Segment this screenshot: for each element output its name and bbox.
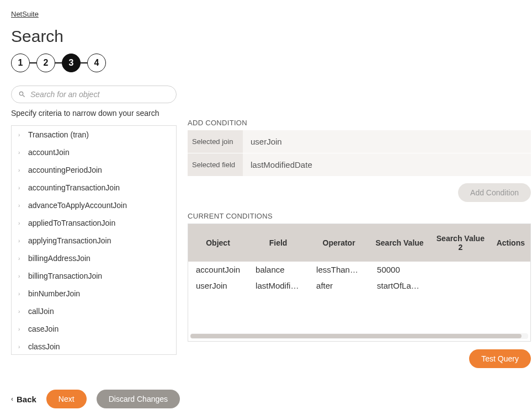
conditions-table: ObjectFieldOperatorSearch ValueSearch Va… xyxy=(188,224,530,294)
tree-item[interactable]: ›callJoin xyxy=(12,302,176,320)
step-3[interactable]: 3 xyxy=(62,54,81,72)
page-title: Search xyxy=(0,23,532,54)
step-1[interactable]: 1 xyxy=(11,54,30,72)
tree-item[interactable]: ›applyingTransactionJoin xyxy=(12,232,176,249)
step-line xyxy=(81,62,87,63)
table-cell: lessThanOr… xyxy=(308,262,369,278)
table-cell: accountJoin xyxy=(188,262,248,278)
step-line xyxy=(30,62,36,63)
back-label: Back xyxy=(17,395,36,404)
chevron-right-icon: › xyxy=(18,326,23,332)
horizontal-scrollbar-thumb[interactable] xyxy=(190,334,522,338)
right-panel: ADD CONDITION Selected join userJoin Sel… xyxy=(177,86,531,368)
search-input[interactable] xyxy=(30,90,169,99)
selected-join-value[interactable]: userJoin xyxy=(243,130,531,153)
tree-item-label: caseJoin xyxy=(28,324,58,333)
tree-item[interactable]: ›binNumberJoin xyxy=(12,285,176,302)
chevron-right-icon: › xyxy=(18,291,23,297)
conditions-table-wrap: ObjectFieldOperatorSearch ValueSearch Va… xyxy=(188,224,531,342)
tree-item-label: accountingTransactionJoin xyxy=(28,183,120,192)
tree-item[interactable]: ›caseJoin xyxy=(12,320,176,338)
tree-item[interactable]: ›accountingTransactionJoin xyxy=(12,179,176,196)
table-row[interactable]: userJoinlastModifie…afterstartOfLast… xyxy=(188,278,530,294)
chevron-right-icon: › xyxy=(18,150,23,156)
add-condition-form: Selected join userJoin Selected field la… xyxy=(188,130,531,177)
tree-item[interactable]: ›Transaction (tran) xyxy=(12,126,176,143)
tree-item[interactable]: ›appliedToTransactionJoin xyxy=(12,214,176,232)
selected-field-row: Selected field lastModifiedDate xyxy=(188,153,531,176)
discard-changes-button[interactable]: Discard Changes xyxy=(97,390,180,408)
test-query-button[interactable]: Test Query xyxy=(469,349,531,368)
table-cell: lastModifie… xyxy=(248,278,308,294)
table-header: Search Value 2 xyxy=(430,224,491,262)
next-button[interactable]: Next xyxy=(46,390,87,408)
table-header: Operator xyxy=(308,224,369,262)
chevron-right-icon: › xyxy=(18,256,23,262)
tree-item-label: billingTransactionJoin xyxy=(28,272,102,280)
table-header: Field xyxy=(248,224,308,262)
chevron-right-icon: › xyxy=(18,203,23,209)
tree-item-label: appliedToTransactionJoin xyxy=(28,219,115,227)
conditions-body: accountJoinbalancelessThanOr…50000userJo… xyxy=(188,262,530,294)
step-2[interactable]: 2 xyxy=(36,54,55,72)
footer-bar: ‹ Back Next Discard Changes xyxy=(11,390,180,408)
stepper: 1 2 3 4 xyxy=(0,54,532,86)
chevron-right-icon: › xyxy=(18,167,23,173)
table-cell: startOfLast… xyxy=(369,278,430,294)
object-tree[interactable]: ›Transaction (tran)›accountJoin›accounti… xyxy=(11,125,177,355)
tree-item[interactable]: ›classJoin xyxy=(12,338,176,355)
table-cell: userJoin xyxy=(188,278,248,294)
table-cell xyxy=(491,278,530,294)
chevron-right-icon: › xyxy=(18,185,23,191)
horizontal-scrollbar[interactable] xyxy=(190,333,528,339)
tree-item-label: billingAddressJoin xyxy=(28,254,91,263)
tree-item-label: binNumberJoin xyxy=(28,289,80,298)
tree-item-label: accountJoin xyxy=(28,148,70,157)
tree-item[interactable]: ›advanceToApplyAccountJoin xyxy=(12,196,176,214)
back-button[interactable]: ‹ Back xyxy=(11,395,36,404)
chevron-right-icon: › xyxy=(18,344,23,350)
current-conditions-label: CURRENT CONDITIONS xyxy=(188,212,531,220)
table-cell: balance xyxy=(248,262,308,278)
chevron-right-icon: › xyxy=(18,308,23,315)
breadcrumb-link[interactable]: NetSuite xyxy=(11,10,39,18)
table-header: Search Value xyxy=(369,224,430,262)
tree-item[interactable]: ›accountingPeriodJoin xyxy=(12,161,176,179)
tree-item-label: advanceToApplyAccountJoin xyxy=(28,201,127,210)
table-header: Actions xyxy=(491,224,530,262)
chevron-right-icon: › xyxy=(18,220,23,226)
tree-item[interactable]: ›billingTransactionJoin xyxy=(12,267,176,285)
tree-item-label: classJoin xyxy=(28,342,60,351)
tree-item[interactable]: ›billingAddressJoin xyxy=(12,249,176,267)
table-cell: after xyxy=(308,278,369,294)
table-row[interactable]: accountJoinbalancelessThanOr…50000 xyxy=(188,262,530,278)
conditions-header-row: ObjectFieldOperatorSearch ValueSearch Va… xyxy=(188,224,530,262)
search-icon xyxy=(18,91,26,98)
object-search[interactable] xyxy=(11,86,177,103)
tree-item-label: Transaction (tran) xyxy=(28,130,89,139)
table-cell xyxy=(491,262,530,278)
table-cell xyxy=(430,262,491,278)
tree-item-label: applyingTransactionJoin xyxy=(28,236,111,245)
chevron-right-icon: › xyxy=(18,132,23,138)
tree-item[interactable]: ›accountJoin xyxy=(12,143,176,161)
left-panel: Specify criteria to narrow down your sea… xyxy=(11,86,177,368)
table-empty-space xyxy=(188,294,530,333)
selected-field-label: Selected field xyxy=(188,153,243,176)
selected-field-value[interactable]: lastModifiedDate xyxy=(243,153,531,176)
selected-join-label: Selected join xyxy=(188,130,243,153)
criteria-subtext: Specify criteria to narrow down your sea… xyxy=(11,109,177,118)
breadcrumb: NetSuite xyxy=(0,0,532,23)
table-header: Object xyxy=(188,224,248,262)
add-condition-label: ADD CONDITION xyxy=(188,119,531,127)
add-condition-button[interactable]: Add Condition xyxy=(458,183,531,202)
table-cell xyxy=(430,278,491,294)
tree-item-label: accountingPeriodJoin xyxy=(28,166,102,174)
chevron-right-icon: › xyxy=(18,238,23,244)
tree-item-label: callJoin xyxy=(28,307,54,316)
step-line xyxy=(55,62,62,63)
step-4[interactable]: 4 xyxy=(87,54,106,72)
chevron-left-icon: ‹ xyxy=(11,395,13,403)
chevron-right-icon: › xyxy=(18,273,23,279)
table-cell: 50000 xyxy=(369,262,430,278)
